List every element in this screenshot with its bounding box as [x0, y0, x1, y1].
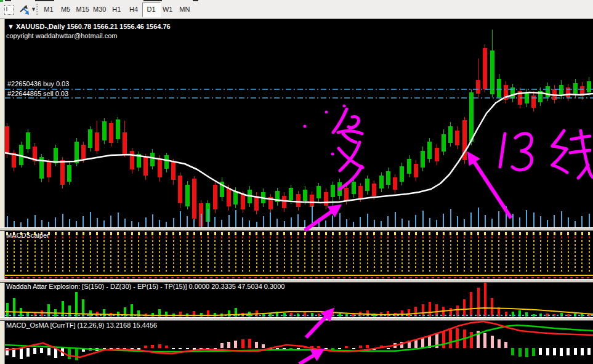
osma-bar — [47, 348, 50, 355]
volume-bar — [41, 220, 42, 227]
scalper-top-marker — [401, 232, 403, 235]
scalper-red-dot — [589, 237, 590, 238]
candle-body — [504, 85, 508, 100]
timeframe-button-H1[interactable]: H1 — [108, 2, 125, 16]
scalper-dash-column — [575, 240, 576, 273]
volume-bar — [152, 214, 153, 227]
scalper-dash-column — [131, 240, 132, 273]
osma-bar — [435, 333, 438, 348]
scalper-top-marker — [470, 232, 472, 235]
candle-body — [427, 142, 432, 159]
timeframe-button-W1[interactable]: W1 — [159, 2, 176, 16]
scalper-top-marker — [221, 232, 223, 235]
volume-bar — [83, 216, 84, 227]
osma-bar — [463, 330, 466, 348]
osma-bar — [553, 348, 556, 355]
candle-body — [95, 132, 99, 151]
osma-bar — [172, 348, 175, 349]
osma-bar — [200, 348, 203, 349]
panel-separator[interactable] — [0, 317, 593, 321]
scalper-dash-column — [90, 240, 91, 273]
panel-separator[interactable] — [0, 227, 593, 231]
osma-bar — [248, 339, 251, 348]
volume-bar — [208, 209, 209, 227]
candle-body — [150, 153, 155, 166]
osma-bar — [33, 348, 36, 354]
candle-body — [164, 155, 169, 169]
candle-body — [358, 186, 363, 198]
osma-bar — [581, 348, 584, 355]
indicators-arrows-icon[interactable] — [18, 4, 31, 15]
scalper-dash-column — [526, 240, 527, 273]
candle-body — [400, 166, 404, 182]
candle-body — [75, 142, 79, 163]
osma-bar — [310, 346, 313, 348]
scalper-red-dot — [249, 237, 250, 238]
waddah-bar — [470, 292, 472, 317]
timeframe-button-M5[interactable]: M5 — [57, 2, 75, 16]
scalper-red-dot — [381, 237, 382, 238]
timeframe-button-M30[interactable]: M30 — [91, 2, 108, 16]
candle-body — [102, 121, 107, 140]
symbol-caret-icon: ▼ — [7, 23, 14, 30]
scalper-dash-column — [561, 240, 562, 273]
scalper-top-marker — [539, 232, 541, 235]
candle-body — [241, 194, 245, 209]
volume-bar — [55, 217, 56, 227]
osma-bar — [366, 345, 369, 348]
scalper-dash-column — [159, 240, 160, 273]
toolbar-separator-grip — [36, 4, 38, 15]
volume-bar — [97, 218, 98, 227]
scalper-dash-column — [381, 240, 382, 273]
osma-bar — [400, 342, 403, 348]
scalper-red-dot — [367, 237, 368, 238]
scalper-red-dot — [457, 237, 458, 238]
scalper-top-marker — [450, 232, 451, 235]
osma-bar — [387, 348, 390, 349]
timeframe-button-H4[interactable]: H4 — [125, 2, 142, 16]
scalper-dash-column — [429, 240, 430, 273]
scalper-red-dot — [152, 237, 153, 238]
scalper-dash-column — [312, 240, 313, 273]
scalper-top-marker — [214, 232, 216, 235]
osma-bar — [511, 348, 514, 355]
timeframe-button-M15[interactable]: M15 — [74, 2, 91, 16]
timeframe-button-D1[interactable]: D1 — [142, 2, 161, 17]
candle-body — [47, 161, 51, 177]
scalper-top-marker — [575, 232, 576, 235]
scalper-top-marker — [145, 232, 147, 235]
scalper-top-marker — [151, 232, 153, 235]
volume-bar — [561, 211, 562, 227]
candle-body — [233, 191, 238, 204]
dropdown-caret-icon[interactable]: ▼ — [31, 6, 36, 12]
candle-body — [275, 191, 280, 202]
osma-bar — [89, 348, 92, 350]
scalper-dash-column — [491, 240, 493, 273]
scalper-red-dot — [55, 237, 56, 238]
scalper-dash-column — [256, 240, 257, 273]
candle-body — [54, 148, 58, 163]
osma-bar — [20, 348, 23, 359]
volume-bar — [318, 218, 320, 227]
candle-body — [469, 92, 474, 142]
osma-bar — [532, 348, 535, 356]
chart-window-icon[interactable] — [4, 5, 14, 15]
scalper-dash-column — [242, 240, 243, 273]
volume-bar — [90, 212, 91, 227]
osma-bar — [214, 348, 217, 349]
scalper-red-dot — [318, 237, 320, 238]
scalper-top-marker — [103, 232, 105, 235]
indicator-lines — [0, 0, 593, 364]
scalper-dash-column — [7, 240, 8, 273]
candle-body — [26, 132, 30, 149]
scalper-red-dot — [97, 237, 98, 238]
volume-bar — [325, 220, 326, 227]
candle-body — [324, 192, 328, 206]
timeframe-button-MN[interactable]: MN — [176, 2, 193, 16]
volume-bar — [138, 222, 139, 227]
volume-bar — [367, 214, 368, 227]
scalper-top-marker — [567, 232, 569, 235]
scalper-top-marker — [55, 232, 57, 235]
copyright-text: copyright waddahwttar@hotmail.com — [6, 32, 118, 39]
timeframe-button-M1[interactable]: M1 — [40, 2, 57, 16]
